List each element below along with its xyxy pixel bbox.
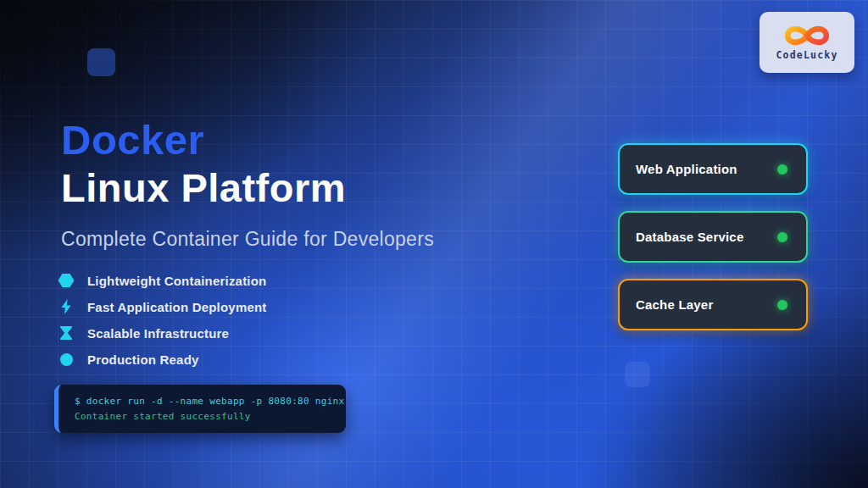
decorative-square (625, 362, 650, 387)
circle-icon (58, 353, 75, 366)
page-title-accent: Docker (61, 119, 434, 162)
hourglass-icon (58, 326, 75, 340)
service-card-cache-layer: Cache Layer (618, 279, 808, 330)
service-card-label: Database Service (636, 230, 743, 244)
list-item: Lightweight Containerization (58, 271, 267, 290)
feature-list: Lightweight Containerization Fast Applic… (58, 271, 267, 369)
slide-background: CodeLucky Docker Linux Platform Complete… (0, 0, 868, 488)
hero-section: Docker Linux Platform Complete Container… (61, 119, 434, 251)
list-item: Scalable Infrastructure (58, 324, 267, 342)
service-card-label: Web Application (636, 162, 737, 176)
terminal-command-line: $ docker run -d --name webapp -p 8080:80… (75, 394, 332, 409)
terminal-output-line: Container started successfully (75, 409, 332, 424)
page-title-main: Linux Platform (61, 168, 434, 209)
list-item: Production Ready (58, 350, 267, 369)
feature-label: Lightweight Containerization (87, 274, 266, 288)
service-card-list: Web Application Database Service Cache L… (618, 143, 808, 330)
feature-label: Scalable Infrastructure (87, 326, 229, 341)
feature-label: Production Ready (87, 352, 199, 367)
brand-name: CodeLucky (776, 49, 837, 61)
service-card-database-service: Database Service (618, 211, 808, 263)
feature-label: Fast Application Deployment (87, 300, 267, 314)
status-dot-icon (777, 300, 787, 310)
infinity-icon (783, 24, 831, 47)
decorative-square (87, 48, 115, 76)
service-card-web-application: Web Application (618, 143, 808, 195)
status-dot-icon (777, 232, 787, 242)
page-subtitle: Complete Container Guide for Developers (61, 228, 434, 251)
status-dot-icon (777, 164, 787, 175)
hexagon-icon (58, 274, 75, 288)
brand-badge: CodeLucky (760, 12, 854, 73)
terminal-snippet: $ docker run -d --name webapp -p 8080:80… (54, 385, 346, 433)
service-card-label: Cache Layer (636, 297, 713, 312)
lightning-bolt-icon (58, 299, 75, 314)
list-item: Fast Application Deployment (58, 297, 267, 316)
